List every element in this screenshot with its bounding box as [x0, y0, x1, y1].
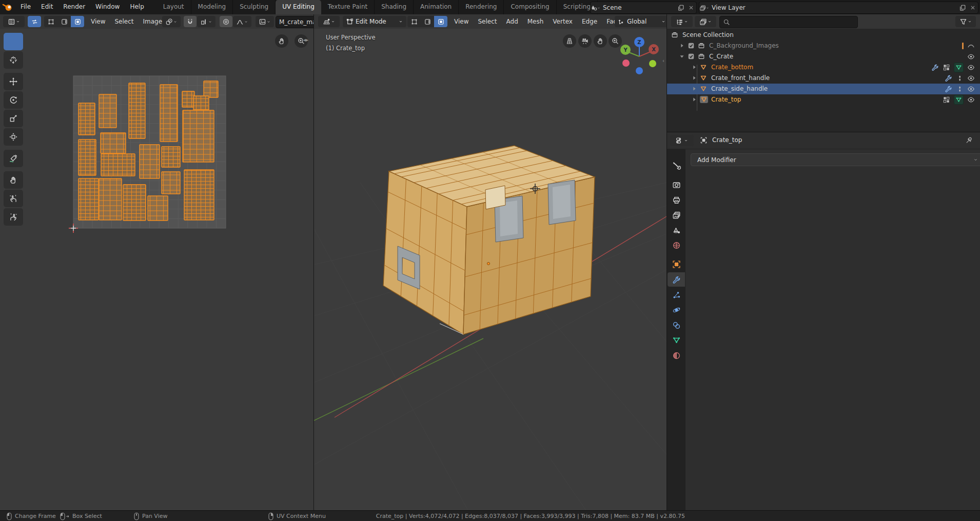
- vertex-select-button[interactable]: [407, 16, 421, 27]
- viewport-menu-vertex[interactable]: Vertex: [548, 14, 577, 29]
- properties-editor-type-button[interactable]: [670, 135, 694, 146]
- workspace-tab-animation[interactable]: Animation: [414, 0, 459, 14]
- grab-tool[interactable]: [4, 171, 23, 189]
- eye-icon[interactable]: [967, 85, 975, 93]
- outliner-row-scene collection[interactable]: Scene Collection: [667, 30, 980, 41]
- disclosure-right-icon[interactable]: [678, 42, 685, 49]
- disclosure-right-icon[interactable]: [691, 64, 698, 71]
- viewport-menu-edge[interactable]: Edge: [577, 14, 602, 29]
- outliner-row-c_crate[interactable]: C_Crate: [667, 51, 980, 62]
- wrench-icon[interactable]: [945, 74, 952, 82]
- viewport-3d[interactable]: User Perspective (1) Crate_top ZYX ‹: [314, 29, 667, 510]
- select-mode-vertex-button[interactable]: [44, 16, 57, 27]
- crate-model[interactable]: [383, 146, 595, 334]
- curve-icon[interactable]: [967, 42, 975, 50]
- disclosure-right-icon[interactable]: [691, 74, 698, 82]
- outliner-item-label[interactable]: C_Background_Images: [709, 42, 779, 50]
- uv-menu-view[interactable]: View: [86, 14, 110, 29]
- divider-uv-viewport[interactable]: [313, 14, 314, 510]
- outliner-region-toggle-icon[interactable]: ‹: [662, 58, 664, 64]
- workspace-tab-compositing[interactable]: Compositing: [504, 0, 556, 14]
- rotate-tool[interactable]: [4, 91, 23, 109]
- uv-island[interactable]: [101, 154, 135, 176]
- uv-island[interactable]: [79, 139, 96, 175]
- workspace-tab-modeling[interactable]: Modeling: [191, 0, 233, 14]
- workspace-tab-sculpting[interactable]: Sculpting: [233, 0, 276, 14]
- uv-island[interactable]: [162, 172, 180, 194]
- blender-logo-icon[interactable]: [0, 0, 15, 14]
- unlink-scene-icon[interactable]: [686, 5, 696, 11]
- divider-outliner-properties[interactable]: [667, 132, 980, 132]
- uv-island[interactable]: [123, 185, 146, 221]
- scale-tool[interactable]: [4, 110, 23, 127]
- uv-island[interactable]: [101, 133, 126, 153]
- viewport-menu-mesh[interactable]: Mesh: [523, 14, 548, 29]
- properties-tab-modifiers[interactable]: [668, 272, 685, 287]
- modgrid-icon[interactable]: [943, 96, 950, 104]
- properties-tab-world[interactable]: [668, 238, 685, 252]
- uv-proportional-edit-toggle[interactable]: [220, 16, 232, 27]
- properties-tab-particles[interactable]: [668, 288, 685, 302]
- box-select-tool[interactable]: [4, 33, 23, 50]
- properties-tab-tool[interactable]: [668, 158, 685, 172]
- outliner-filter-button[interactable]: [955, 16, 976, 27]
- properties-tab-constraints[interactable]: [668, 318, 685, 332]
- dots-icon[interactable]: [956, 74, 964, 82]
- viewport-editor-type-button[interactable]: [318, 16, 340, 27]
- uv-island[interactable]: [140, 145, 160, 178]
- viewport-camera-button[interactable]: [578, 34, 592, 48]
- viewport-menu-view[interactable]: View: [449, 14, 473, 29]
- cursor-tool[interactable]: [4, 51, 23, 69]
- wrench-icon[interactable]: [931, 64, 939, 71]
- uv-island[interactable]: [182, 91, 194, 107]
- outliner-row-crate_front_handle[interactable]: Crate_front_handle: [667, 73, 980, 84]
- gizmo-axis-dot[interactable]: [622, 59, 630, 67]
- uv-pan-button[interactable]: [275, 34, 288, 48]
- outliner-row-crate_side_handle[interactable]: Crate_side_handle: [667, 84, 980, 94]
- edit-mode-indicator[interactable]: [954, 63, 964, 72]
- uv-canvas[interactable]: [0, 29, 313, 510]
- uv-island[interactable]: [129, 83, 145, 138]
- scene-selector[interactable]: Scene: [590, 2, 697, 14]
- properties-tab-render[interactable]: [668, 177, 685, 192]
- scene-name[interactable]: Scene: [601, 4, 676, 11]
- uv-island[interactable]: [184, 170, 214, 220]
- outliner-filter-id-button[interactable]: [695, 16, 716, 27]
- workspace-tab-rendering[interactable]: Rendering: [459, 0, 504, 14]
- viewport-menu-add[interactable]: Add: [502, 14, 523, 29]
- divider-viewport-sidebar[interactable]: [667, 14, 667, 510]
- properties-tab-output[interactable]: [668, 193, 685, 207]
- uv-snap-target-button[interactable]: [197, 16, 215, 27]
- workspace-tab-shading[interactable]: Shading: [375, 0, 414, 14]
- menu-help[interactable]: Help: [125, 0, 149, 14]
- properties-tab-material[interactable]: [668, 348, 685, 363]
- eye-icon[interactable]: [967, 74, 975, 82]
- workspace-tab-layout[interactable]: Layout: [156, 0, 191, 14]
- outliner-row-c_background_images[interactable]: C_Background_Images: [667, 41, 980, 51]
- uv-falloff-button[interactable]: [233, 16, 251, 27]
- view-layer-name[interactable]: View Layer: [710, 4, 957, 11]
- uv-island[interactable]: [160, 85, 178, 142]
- annotate-tool[interactable]: [4, 150, 23, 167]
- copy-view-layer-icon[interactable]: [957, 4, 968, 11]
- viewport-menu-select[interactable]: Select: [473, 14, 501, 29]
- pin-icon[interactable]: [965, 136, 973, 144]
- viewport-pan-button[interactable]: [594, 34, 607, 48]
- menu-window[interactable]: Window: [90, 0, 125, 14]
- editor-type-button[interactable]: [3, 16, 25, 27]
- outliner-row-crate_top[interactable]: Crate_top: [667, 94, 980, 105]
- outliner-item-label[interactable]: Crate_side_handle: [711, 85, 768, 93]
- outliner-item-label[interactable]: Scene Collection: [682, 31, 734, 39]
- menu-edit[interactable]: Edit: [36, 0, 58, 14]
- outliner-search-input[interactable]: [719, 16, 858, 28]
- gizmo-axis-dot[interactable]: [649, 60, 656, 67]
- region-toggle-icon[interactable]: ◂▸: [303, 37, 308, 43]
- outliner-item-label[interactable]: Crate_top: [711, 96, 741, 104]
- mode-dropdown[interactable]: Edit Mode: [343, 16, 406, 27]
- disclosure-right-icon[interactable]: [691, 85, 698, 92]
- gizmo-axis-dot[interactable]: [636, 67, 643, 74]
- wrench-icon[interactable]: [945, 85, 952, 93]
- disclosure-down-icon[interactable]: [678, 53, 685, 60]
- outliner-item-label[interactable]: Crate_bottom: [711, 64, 753, 71]
- properties-tab-scene[interactable]: [668, 223, 685, 237]
